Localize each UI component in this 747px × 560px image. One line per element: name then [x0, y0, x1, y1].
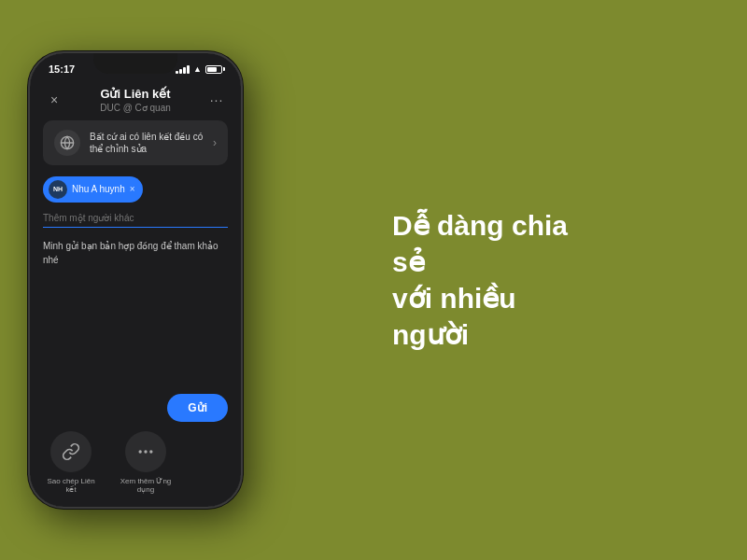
- tagline-line1: Dễ dàng chia sẻ: [392, 210, 568, 277]
- more-apps-action[interactable]: Xem thêm Ứng dụng: [118, 431, 174, 494]
- message-area: Minh gửi bạn bản hợp đồng để tham khảo n…: [43, 235, 228, 422]
- tagline-line2: với nhiều người: [392, 283, 516, 350]
- svg-point-1: [139, 450, 142, 453]
- modal-title: Gửi Liên kết: [65, 87, 205, 103]
- send-row: Gửi: [43, 394, 228, 422]
- remove-recipient-button[interactable]: ×: [130, 184, 135, 194]
- more-button[interactable]: ···: [205, 89, 228, 111]
- more-apps-icon-circle: [125, 431, 166, 472]
- svg-point-3: [149, 450, 152, 453]
- recipient-name: Nhu A huynh: [72, 184, 125, 194]
- scene: 15:17 ▲ ×: [0, 0, 747, 560]
- copy-link-action[interactable]: Sao chép Liên kết: [43, 431, 99, 494]
- svg-point-2: [144, 450, 147, 453]
- modal-content: × Gửi Liên kết DUC @ Cơ quan ···: [30, 81, 241, 507]
- avatar: NH: [49, 180, 67, 199]
- status-time: 15:17: [49, 63, 75, 75]
- phone-notch: [93, 53, 177, 74]
- right-text-area: Dễ dàng chia sẻ với nhiều người: [243, 207, 747, 353]
- action-row: Sao chép Liên kết Xem thêm Ứng dụng: [43, 422, 228, 494]
- phone-screen: 15:17 ▲ ×: [30, 53, 241, 507]
- tagline: Dễ dàng chia sẻ với nhiều người: [392, 207, 598, 353]
- wifi-icon: ▲: [193, 64, 202, 74]
- modal-header: × Gửi Liên kết DUC @ Cơ quan ···: [43, 81, 228, 120]
- copy-link-icon-circle: [50, 431, 92, 472]
- recipient-chip: NH Nhu A huynh ×: [43, 176, 143, 203]
- add-recipient-input[interactable]: [43, 209, 228, 228]
- header-title-group: Gửi Liên kết DUC @ Cơ quan: [65, 87, 205, 113]
- copy-link-label: Sao chép Liên kết: [43, 477, 99, 494]
- send-button[interactable]: Gửi: [167, 394, 228, 422]
- modal-subtitle: DUC @ Cơ quan: [65, 103, 205, 113]
- battery-icon: [205, 65, 222, 74]
- globe-icon: [54, 130, 80, 156]
- link-permissions-row[interactable]: Bất cứ ai có liên kết đều có thể chỉnh s…: [43, 120, 228, 165]
- chevron-right-icon: ›: [213, 136, 217, 149]
- close-button[interactable]: ×: [43, 89, 65, 111]
- signal-icon: [176, 64, 190, 74]
- recipient-area: NH Nhu A huynh ×: [43, 176, 228, 228]
- phone-shell: 15:17 ▲ ×: [28, 51, 243, 509]
- status-icons: ▲: [176, 64, 222, 74]
- link-permissions-text: Bất cứ ai có liên kết đều có thể chỉnh s…: [90, 131, 213, 155]
- message-text: Minh gửi bạn bản hợp đồng để tham khảo n…: [43, 235, 228, 271]
- more-apps-label: Xem thêm Ứng dụng: [118, 477, 174, 494]
